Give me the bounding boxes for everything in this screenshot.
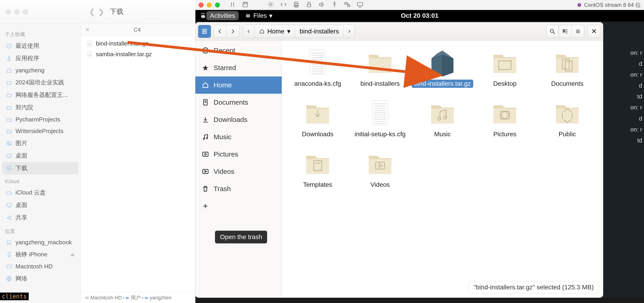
annotation-arrow <box>0 0 644 303</box>
svg-line-103 <box>128 42 438 75</box>
